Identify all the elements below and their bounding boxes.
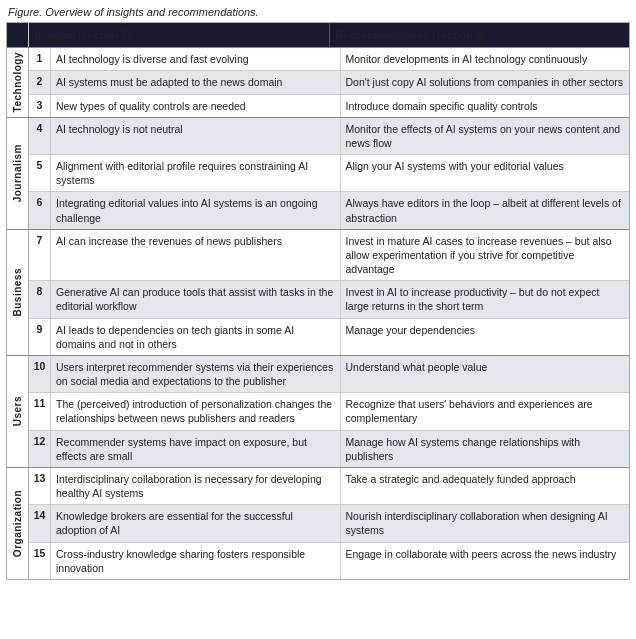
sections-container: Technology1AI technology is diverse and … bbox=[7, 47, 629, 579]
row-insight: AI can increase the revenues of news pub… bbox=[51, 230, 341, 281]
table-row: 6Integrating editorial values into AI sy… bbox=[29, 191, 629, 228]
row-recommendation: Don't just copy AI solutions from compan… bbox=[341, 71, 630, 93]
row-recommendation: Nourish interdisciplinary collaboration … bbox=[341, 505, 630, 541]
section-block-journalism: Journalism4AI technology is not neutralM… bbox=[7, 117, 629, 229]
table-row: 14Knowledge brokers are essential for th… bbox=[29, 504, 629, 541]
section-block-organization: Organization13Interdisciplinary collabor… bbox=[7, 467, 629, 579]
table-row: 9AI leads to dependencies on tech giants… bbox=[29, 318, 629, 355]
row-recommendation: Align your AI systems with your editoria… bbox=[341, 155, 630, 191]
row-insight: AI leads to dependencies on tech giants … bbox=[51, 319, 341, 355]
table-wrapper: Insights (section 5) Recommendations (se… bbox=[6, 22, 630, 580]
header-insights: Insights (section 5) bbox=[29, 23, 330, 47]
section-label-business: Business bbox=[7, 230, 29, 355]
table-row: 3New types of quality controls are neede… bbox=[29, 94, 629, 117]
section-block-technology: Technology1AI technology is diverse and … bbox=[7, 47, 629, 117]
row-recommendation: Take a strategic and adequately funded a… bbox=[341, 468, 630, 504]
row-recommendation: Recognize that users' behaviors and expe… bbox=[341, 393, 630, 429]
row-number: 11 bbox=[29, 393, 51, 429]
row-insight: Cross-industry knowledge sharing fosters… bbox=[51, 543, 341, 579]
header-row: Insights (section 5) Recommendations (se… bbox=[7, 23, 629, 47]
row-insight: Users interpret recommender systems via … bbox=[51, 356, 341, 392]
row-insight: AI technology is diverse and fast evolvi… bbox=[51, 48, 341, 70]
table-row: 8Generative AI can produce tools that as… bbox=[29, 280, 629, 317]
section-rows-business: 7AI can increase the revenues of news pu… bbox=[29, 230, 629, 355]
row-number: 2 bbox=[29, 71, 51, 93]
row-insight: Recommender systems have impact on expos… bbox=[51, 431, 341, 467]
row-recommendation: Understand what people value bbox=[341, 356, 630, 392]
table-row: 2AI systems must be adapted to the news … bbox=[29, 70, 629, 93]
row-number: 15 bbox=[29, 543, 51, 579]
table-row: 7AI can increase the revenues of news pu… bbox=[29, 230, 629, 281]
table-row: 1AI technology is diverse and fast evolv… bbox=[29, 48, 629, 70]
row-insight: AI technology is not neutral bbox=[51, 118, 341, 154]
row-recommendation: Manage your dependencies bbox=[341, 319, 630, 355]
section-label-journalism: Journalism bbox=[7, 118, 29, 229]
row-insight: Alignment with editorial profile require… bbox=[51, 155, 341, 191]
table-content: Insights (section 5) Recommendations (se… bbox=[7, 23, 629, 579]
row-number: 7 bbox=[29, 230, 51, 281]
row-recommendation: Invest in mature AI cases to increase re… bbox=[341, 230, 630, 281]
row-recommendation: Invest in AI to increase productivity – … bbox=[341, 281, 630, 317]
section-label-organization: Organization bbox=[7, 468, 29, 579]
section-rows-journalism: 4AI technology is not neutralMonitor the… bbox=[29, 118, 629, 229]
row-recommendation: Introduce domain specific quality contro… bbox=[341, 95, 630, 117]
row-number: 13 bbox=[29, 468, 51, 504]
row-number: 1 bbox=[29, 48, 51, 70]
row-insight: Integrating editorial values into AI sys… bbox=[51, 192, 341, 228]
section-block-business: Business7AI can increase the revenues of… bbox=[7, 229, 629, 355]
section-rows-users: 10Users interpret recommender systems vi… bbox=[29, 356, 629, 467]
row-recommendation: Always have editors in the loop – albeit… bbox=[341, 192, 630, 228]
row-recommendation: Monitor the effects of AI systems on you… bbox=[341, 118, 630, 154]
section-label-users: Users bbox=[7, 356, 29, 467]
row-number: 8 bbox=[29, 281, 51, 317]
table-row: 13Interdisciplinary collaboration is nec… bbox=[29, 468, 629, 504]
table-row: 5Alignment with editorial profile requir… bbox=[29, 154, 629, 191]
section-rows-technology: 1AI technology is diverse and fast evolv… bbox=[29, 48, 629, 117]
table-row: 11The (perceived) introduction of person… bbox=[29, 392, 629, 429]
row-number: 9 bbox=[29, 319, 51, 355]
row-recommendation: Monitor developments in AI technology co… bbox=[341, 48, 630, 70]
row-number: 3 bbox=[29, 95, 51, 117]
section-label-text-organization: Organization bbox=[12, 490, 23, 557]
row-recommendation: Manage how AI systems change relationshi… bbox=[341, 431, 630, 467]
table-row: 4AI technology is not neutralMonitor the… bbox=[29, 118, 629, 154]
row-recommendation: Engage in collaborate with peers across … bbox=[341, 543, 630, 579]
section-label-text-business: Business bbox=[12, 268, 23, 316]
section-label-technology: Technology bbox=[7, 48, 29, 117]
section-label-text-technology: Technology bbox=[12, 52, 23, 112]
section-label-text-users: Users bbox=[12, 396, 23, 426]
section-block-users: Users10Users interpret recommender syste… bbox=[7, 355, 629, 467]
section-rows-organization: 13Interdisciplinary collaboration is nec… bbox=[29, 468, 629, 579]
row-number: 5 bbox=[29, 155, 51, 191]
figure-caption: Figure. Overview of insights and recomme… bbox=[0, 0, 636, 22]
table-row: 10Users interpret recommender systems vi… bbox=[29, 356, 629, 392]
row-number: 12 bbox=[29, 431, 51, 467]
row-insight: Interdisciplinary collaboration is neces… bbox=[51, 468, 341, 504]
row-insight: New types of quality controls are needed bbox=[51, 95, 341, 117]
row-number: 4 bbox=[29, 118, 51, 154]
table-row: 15Cross-industry knowledge sharing foste… bbox=[29, 542, 629, 579]
row-insight: Knowledge brokers are essential for the … bbox=[51, 505, 341, 541]
table-row: 12Recommender systems have impact on exp… bbox=[29, 430, 629, 467]
row-insight: The (perceived) introduction of personal… bbox=[51, 393, 341, 429]
section-label-text-journalism: Journalism bbox=[12, 144, 23, 202]
row-number: 14 bbox=[29, 505, 51, 541]
row-number: 6 bbox=[29, 192, 51, 228]
row-number: 10 bbox=[29, 356, 51, 392]
row-insight: AI systems must be adapted to the news d… bbox=[51, 71, 341, 93]
header-recommendations: Recommendations (section 6) bbox=[330, 23, 630, 47]
row-insight: Generative AI can produce tools that ass… bbox=[51, 281, 341, 317]
